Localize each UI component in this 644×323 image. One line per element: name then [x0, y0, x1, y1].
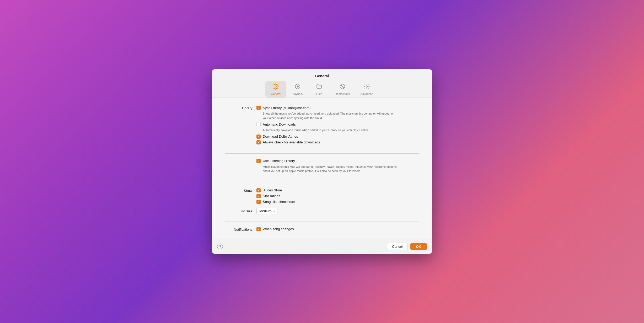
arrow-down-icon: ▼	[273, 211, 275, 213]
library-section: Library: Sync Library (dujkan@me.com) Sh…	[212, 103, 432, 151]
itunes-store-checkbox[interactable]	[256, 188, 261, 192]
sync-library-checkbox[interactable]	[256, 106, 261, 110]
dialog-title: General	[212, 69, 432, 78]
songs-list-label: Songs list checkboxes	[263, 200, 297, 204]
show-content: iTunes Store Star ratings Songs list che…	[256, 188, 419, 206]
auto-downloads-checkbox-row: Automatic Downloads	[256, 122, 419, 126]
dolby-atmos-label: Download Dolby Atmos	[263, 134, 298, 138]
list-size-row: List Size: Medium ▲ ▼	[225, 208, 419, 214]
listening-history-checkbox-row: Use Listening History	[256, 159, 419, 163]
svg-marker-1	[297, 85, 299, 88]
songs-list-checkbox-row: Songs list checkboxes	[256, 200, 419, 204]
listening-history-content: Use Listening History Music played on th…	[256, 159, 419, 175]
tab-restrictions-label: Restrictions	[335, 92, 350, 95]
footer-buttons: Cancel OK	[387, 243, 427, 250]
tab-playback[interactable]: Playback	[286, 81, 309, 98]
sync-library-label: Sync Library (dujkan@me.com)	[263, 106, 310, 110]
help-button[interactable]: ?	[217, 244, 223, 249]
tab-general[interactable]: General	[265, 81, 286, 98]
library-label: Library:	[225, 106, 256, 110]
cancel-button[interactable]: Cancel	[387, 243, 407, 250]
ok-button[interactable]: OK	[410, 243, 427, 250]
listening-history-label: Use Listening History	[263, 159, 295, 163]
auto-downloads-label: Automatic Downloads	[263, 122, 296, 126]
check-downloads-checkbox[interactable]	[256, 140, 261, 144]
sync-library-checkbox-row: Sync Library (dujkan@me.com)	[256, 106, 419, 110]
show-label: Show:	[225, 188, 256, 193]
advanced-icon	[364, 83, 370, 91]
svg-line-3	[341, 85, 344, 88]
listening-history-spacer	[225, 159, 256, 159]
play-icon	[294, 83, 301, 91]
show-row: Show: iTunes Store Star ratings Songs li…	[225, 188, 419, 206]
when-song-changes-checkbox[interactable]	[256, 227, 261, 231]
listening-history-description: Music played on this Mac will appear in …	[263, 165, 399, 173]
dialog-footer: ? Cancel OK	[212, 239, 432, 254]
list-size-select[interactable]: Medium ▲ ▼	[256, 208, 277, 214]
auto-downloads-description: Automatically download music when added …	[263, 128, 399, 132]
itunes-store-checkbox-row: iTunes Store	[256, 188, 419, 192]
arrow-up-icon: ▲	[273, 209, 275, 211]
divider-3	[225, 222, 419, 222]
notifications-section: Notifications: When song changes	[212, 224, 432, 239]
title-text: General	[315, 74, 329, 78]
list-size-label: List Size:	[225, 209, 256, 213]
itunes-store-label: iTunes Store	[263, 188, 282, 192]
listening-history-checkbox[interactable]	[256, 159, 261, 163]
tab-advanced[interactable]: Advanced	[355, 81, 379, 98]
notifications-content: When song changes	[256, 227, 419, 233]
dolby-atmos-checkbox-row: Download Dolby Atmos	[256, 134, 419, 139]
select-arrows: ▲ ▼	[273, 209, 275, 213]
songs-list-checkbox[interactable]	[256, 200, 261, 204]
divider-1	[225, 153, 419, 154]
star-ratings-label: Star ratings	[263, 194, 280, 198]
svg-point-4	[366, 86, 368, 87]
notifications-row: Notifications: When song changes	[225, 227, 419, 233]
tab-restrictions[interactable]: Restrictions	[330, 81, 355, 98]
list-size-value: Medium	[259, 209, 271, 213]
tab-playback-label: Playback	[292, 92, 303, 95]
show-section: Show: iTunes Store Star ratings Songs li…	[212, 186, 432, 219]
tab-advanced-label: Advanced	[361, 92, 373, 95]
content-area: Library: Sync Library (dujkan@me.com) Sh…	[212, 98, 432, 239]
auto-downloads-checkbox[interactable]	[256, 122, 261, 126]
tab-general-label: General	[271, 92, 281, 95]
folder-icon	[316, 83, 322, 91]
sync-library-row: Library: Sync Library (dujkan@me.com) Sh…	[225, 106, 419, 146]
notifications-label: Notifications:	[225, 227, 256, 232]
star-ratings-checkbox[interactable]	[256, 194, 261, 198]
toolbar: General Playback Files	[212, 78, 432, 98]
tab-files-label: Files	[316, 92, 322, 95]
gear-icon	[273, 83, 279, 91]
check-downloads-label: Always check for available downloads	[263, 140, 320, 144]
star-ratings-checkbox-row: Star ratings	[256, 194, 419, 198]
dolby-atmos-checkbox[interactable]	[256, 134, 261, 139]
check-downloads-checkbox-row: Always check for available downloads	[256, 140, 419, 144]
divider-2	[225, 183, 419, 183]
help-label: ?	[219, 245, 221, 249]
preferences-dialog: General General Playback	[212, 69, 432, 254]
tab-files[interactable]: Files	[309, 81, 330, 98]
restrictions-icon	[339, 83, 346, 91]
sync-library-description: Show all the music you've added, purchas…	[263, 111, 399, 120]
library-content: Sync Library (dujkan@me.com) Show all th…	[256, 106, 419, 146]
when-song-changes-label: When song changes	[263, 227, 294, 231]
when-song-changes-checkbox-row: When song changes	[256, 227, 419, 231]
list-size-content: Medium ▲ ▼	[256, 208, 419, 214]
listening-history-row: Use Listening History Music played on th…	[225, 159, 419, 175]
listening-history-section: Use Listening History Music played on th…	[212, 156, 432, 180]
